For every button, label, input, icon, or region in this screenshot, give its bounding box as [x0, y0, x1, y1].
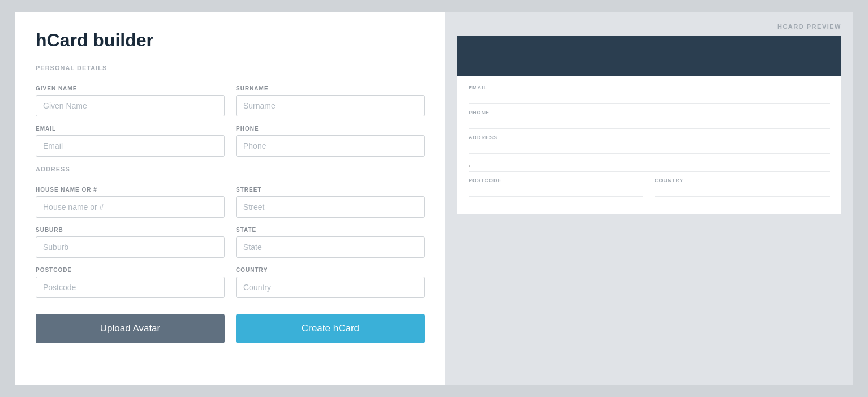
form-panel: hCard builder PERSONAL DETAILS GIVEN NAM… — [15, 12, 445, 385]
hcard-header-banner — [457, 36, 841, 76]
hcard-postcode-label: POSTCODE — [469, 178, 643, 183]
given-name-input[interactable] — [36, 95, 225, 116]
suburb-group: SUBURB — [36, 227, 225, 258]
hcard-phone-label: PHONE — [469, 110, 830, 115]
house-group: HOUSE NAME OR # — [36, 187, 225, 218]
surname-label: SURNAME — [236, 85, 425, 92]
postcode-country-row: POSTCODE COUNTRY — [36, 267, 425, 298]
given-name-group: GIVEN NAME — [36, 85, 225, 116]
country-input[interactable] — [236, 277, 425, 298]
house-label: HOUSE NAME OR # — [36, 187, 225, 193]
hcard-address-comma: , — [469, 159, 471, 168]
hcard-address-line2: , — [469, 159, 830, 172]
state-input[interactable] — [236, 236, 425, 258]
country-group: COUNTRY — [236, 267, 425, 298]
postcode-input[interactable] — [36, 277, 225, 298]
address-section: ADDRESS HOUSE NAME OR # STREET SUBURB ST… — [36, 166, 425, 298]
hcard-email-field: EMAIL — [469, 85, 830, 104]
surname-input[interactable] — [236, 95, 425, 116]
create-hcard-button[interactable]: Create hCard — [236, 314, 425, 343]
hcard-country-value — [655, 184, 830, 197]
suburb-input[interactable] — [36, 236, 225, 258]
hcard-country-field: COUNTRY — [655, 178, 830, 197]
name-row: GIVEN NAME SURNAME — [36, 85, 425, 116]
email-label: EMAIL — [36, 126, 225, 132]
hcard-email-label: EMAIL — [469, 85, 830, 90]
surname-group: SURNAME — [236, 85, 425, 116]
state-label: STATE — [236, 227, 425, 233]
page-title: hCard builder — [36, 30, 425, 51]
preview-panel: HCARD PREVIEW EMAIL PHONE ADDRESS , — [445, 12, 853, 385]
house-input[interactable] — [36, 196, 225, 218]
hcard-preview-card: EMAIL PHONE ADDRESS , POSTCODE — [457, 36, 841, 214]
hcard-address-value — [469, 141, 830, 154]
hcard-country-label: COUNTRY — [655, 178, 830, 183]
hcard-body: EMAIL PHONE ADDRESS , POSTCODE — [457, 76, 841, 214]
street-input[interactable] — [236, 196, 425, 218]
hcard-address-label: ADDRESS — [469, 135, 830, 140]
state-group: STATE — [236, 227, 425, 258]
hcard-postcode-country-row: POSTCODE COUNTRY — [469, 178, 830, 202]
phone-group: PHONE — [236, 126, 425, 157]
app-wrapper: hCard builder PERSONAL DETAILS GIVEN NAM… — [15, 12, 853, 385]
postcode-label: POSTCODE — [36, 267, 225, 273]
street-label: STREET — [236, 187, 425, 193]
suburb-state-row: SUBURB STATE — [36, 227, 425, 258]
email-group: EMAIL — [36, 126, 225, 157]
postcode-group: POSTCODE — [36, 267, 225, 298]
button-row: Upload Avatar Create hCard — [36, 314, 425, 343]
suburb-label: SUBURB — [36, 227, 225, 233]
phone-input[interactable] — [236, 135, 425, 157]
upload-avatar-button[interactable]: Upload Avatar — [36, 314, 225, 343]
personal-section-label: PERSONAL DETAILS — [36, 64, 425, 75]
house-street-row: HOUSE NAME OR # STREET — [36, 187, 425, 218]
hcard-postcode-field: POSTCODE — [469, 178, 643, 197]
email-input[interactable] — [36, 135, 225, 157]
preview-label: HCARD PREVIEW — [457, 23, 841, 30]
hcard-phone-value — [469, 116, 830, 129]
street-group: STREET — [236, 187, 425, 218]
hcard-postcode-value — [469, 184, 643, 197]
address-section-label: ADDRESS — [36, 166, 425, 176]
phone-label: PHONE — [236, 126, 425, 132]
country-label: COUNTRY — [236, 267, 425, 273]
hcard-address-field: ADDRESS — [469, 135, 830, 154]
contact-row: EMAIL PHONE — [36, 126, 425, 157]
given-name-label: GIVEN NAME — [36, 85, 225, 92]
hcard-phone-field: PHONE — [469, 110, 830, 129]
hcard-email-value — [469, 92, 830, 104]
